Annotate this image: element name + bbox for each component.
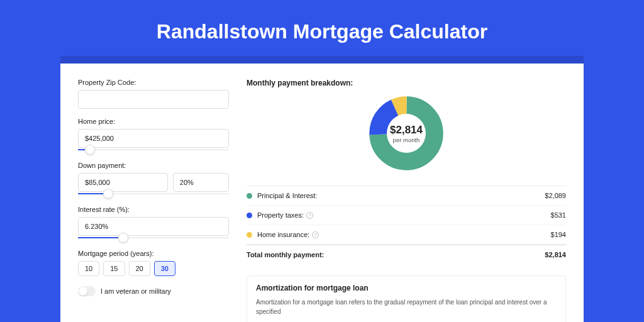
down-slider[interactable] xyxy=(78,191,229,197)
legend-value-taxes: $531 xyxy=(551,211,566,219)
dot-insurance xyxy=(247,232,252,238)
rate-field: Interest rate (%): xyxy=(78,206,229,241)
price-slider-thumb[interactable] xyxy=(85,145,95,155)
period-option-15[interactable]: 15 xyxy=(103,261,125,276)
price-label: Home price: xyxy=(78,118,229,125)
donut-center: $2,814 per month xyxy=(369,96,443,170)
legend-row-insurance: Home insurance: ? $194 xyxy=(247,225,566,245)
legend-label-taxes: Property taxes: ? xyxy=(257,211,551,219)
legend-label-principal: Principal & Interest: xyxy=(257,192,545,199)
breakdown-column: Monthly payment breakdown: $2,814 per mo… xyxy=(247,79,566,313)
inputs-column: Property Zip Code: Home price: Down paym… xyxy=(78,79,229,313)
legend-row-principal: Principal & Interest: $2,089 xyxy=(247,186,566,206)
price-input[interactable] xyxy=(78,129,229,148)
period-option-20[interactable]: 20 xyxy=(129,261,150,276)
legend-row-taxes: Property taxes: ? $531 xyxy=(247,206,566,225)
period-field: Mortgage period (years): 10 15 20 30 xyxy=(78,250,229,276)
rate-slider-thumb[interactable] xyxy=(118,233,128,243)
donut-chart: $2,814 per month xyxy=(369,96,443,170)
legend-value-insurance: $194 xyxy=(551,231,566,238)
down-field: Down payment: xyxy=(78,162,229,197)
zip-label: Property Zip Code: xyxy=(78,79,229,86)
calculator-card: Property Zip Code: Home price: Down paym… xyxy=(60,64,584,322)
down-amount-input[interactable] xyxy=(78,173,168,192)
price-field: Home price: xyxy=(78,118,229,153)
legend-value-total: $2,814 xyxy=(545,251,566,258)
price-slider[interactable] xyxy=(78,147,229,153)
legend-row-total: Total monthly payment: $2,814 xyxy=(247,245,566,264)
rate-label: Interest rate (%): xyxy=(78,206,229,213)
dot-taxes xyxy=(247,213,252,218)
amortization-box: Amortization for mortgage loan Amortizat… xyxy=(247,275,566,322)
rate-input[interactable] xyxy=(78,217,229,236)
help-icon[interactable]: ? xyxy=(306,212,313,219)
down-label: Down payment: xyxy=(78,162,229,169)
legend-label-total: Total monthly payment: xyxy=(247,251,545,258)
card-shadow xyxy=(60,56,584,64)
zip-field: Property Zip Code: xyxy=(78,79,229,109)
period-option-10[interactable]: 10 xyxy=(78,261,99,276)
zip-input[interactable] xyxy=(78,90,229,109)
veteran-toggle-knob xyxy=(79,287,87,296)
amortization-text: Amortization for a mortgage loan refers … xyxy=(256,297,557,316)
period-label: Mortgage period (years): xyxy=(78,250,229,257)
donut-sub: per month xyxy=(393,136,420,143)
donut-amount: $2,814 xyxy=(390,124,423,136)
legend-label-insurance: Home insurance: ? xyxy=(257,231,551,238)
veteran-label: I am veteran or military xyxy=(101,287,171,295)
veteran-toggle[interactable] xyxy=(78,286,96,296)
legend: Principal & Interest: $2,089 Property ta… xyxy=(247,186,566,264)
page-title: Randallstown Mortgage Calculator xyxy=(0,0,644,56)
period-options: 10 15 20 30 xyxy=(78,261,229,276)
amortization-title: Amortization for mortgage loan xyxy=(256,284,557,292)
donut-container: $2,814 per month xyxy=(247,96,566,170)
breakdown-title: Monthly payment breakdown: xyxy=(247,79,566,87)
down-pct-input[interactable] xyxy=(173,173,229,192)
down-slider-thumb[interactable] xyxy=(103,189,113,199)
period-option-30[interactable]: 30 xyxy=(154,261,175,276)
veteran-row: I am veteran or military xyxy=(78,286,229,296)
rate-slider[interactable] xyxy=(78,235,229,241)
dot-principal xyxy=(247,193,252,199)
legend-value-principal: $2,089 xyxy=(545,192,566,199)
help-icon[interactable]: ? xyxy=(312,231,319,238)
